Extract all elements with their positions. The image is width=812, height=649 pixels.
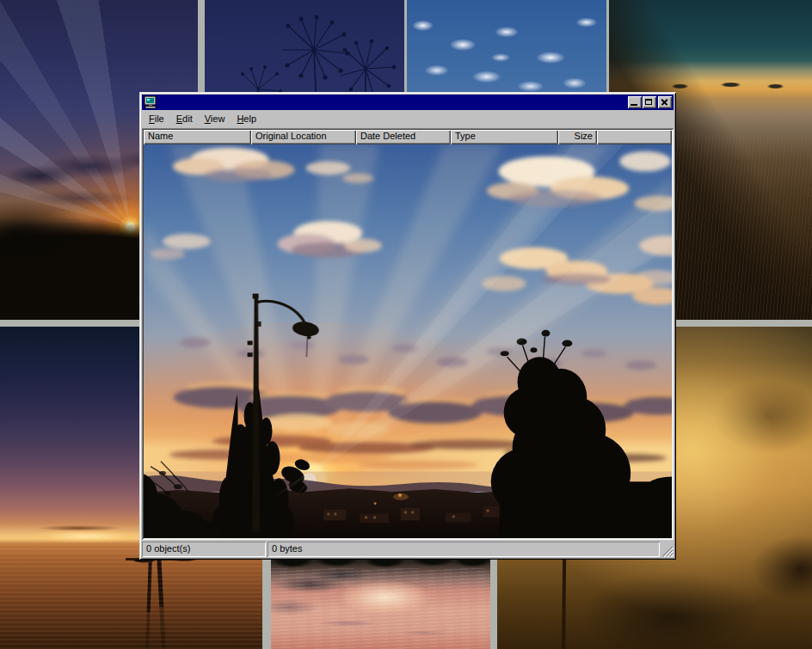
status-size: 0 bytes — [268, 542, 660, 557]
column-header-filler — [597, 130, 672, 144]
column-header-name[interactable]: Name — [144, 130, 251, 144]
menu-help[interactable]: Help — [231, 112, 262, 126]
tree-trunk — [157, 555, 166, 649]
status-object-count: 0 object(s) — [142, 542, 266, 557]
column-header-size[interactable]: Size — [558, 130, 597, 144]
column-header-row: Name Original Location Date Deleted Type… — [144, 130, 672, 144]
resize-grip[interactable] — [661, 542, 674, 557]
column-header-original-location[interactable]: Original Location — [251, 130, 356, 144]
status-bar: 0 object(s) 0 bytes — [142, 542, 674, 557]
column-header-date-deleted[interactable]: Date Deleted — [356, 130, 451, 144]
list-view: Name Original Location Date Deleted Type… — [142, 128, 674, 540]
minimize-button[interactable] — [628, 96, 642, 108]
tree-trunk — [145, 557, 152, 649]
sunset-photo — [144, 144, 672, 538]
menu-view[interactable]: View — [199, 112, 231, 126]
column-header-type[interactable]: Type — [451, 130, 558, 144]
explorer-window: File Edit View Help Name Original Locati… — [139, 92, 676, 560]
list-client-area[interactable] — [144, 144, 672, 538]
computer-icon[interactable] — [144, 95, 157, 109]
maximize-icon — [645, 99, 652, 105]
desktop: File Edit View Help Name Original Locati… — [0, 0, 812, 649]
minimize-icon — [631, 104, 637, 106]
maximize-button[interactable] — [643, 96, 656, 108]
menubar: File Edit View Help — [142, 110, 674, 128]
close-button[interactable] — [658, 96, 672, 108]
menu-edit[interactable]: Edit — [170, 112, 199, 126]
titlebar[interactable] — [142, 95, 674, 110]
menu-file[interactable]: File — [143, 112, 170, 126]
resize-grip-icon — [661, 542, 674, 557]
